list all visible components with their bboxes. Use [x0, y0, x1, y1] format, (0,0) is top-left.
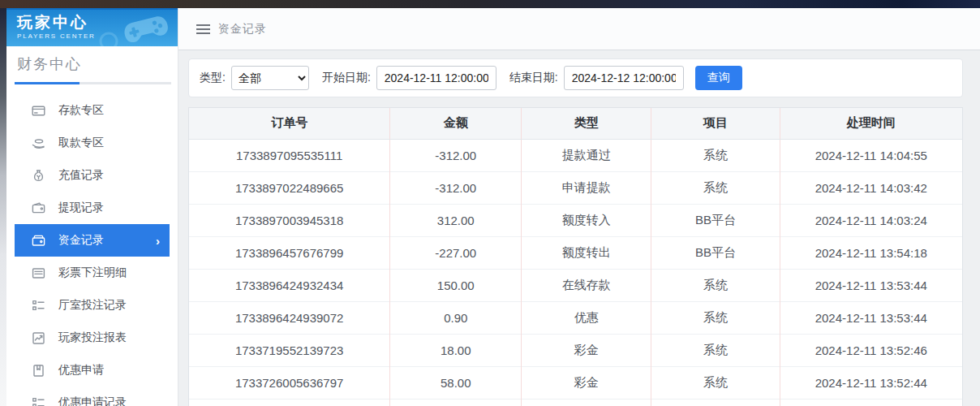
table-header-row: 订单号金额类型项目处理时间 [189, 108, 962, 139]
project-cell: 系统 [651, 301, 780, 334]
empty-cell [780, 399, 962, 406]
processed-time-cell: 2024-12-11 14:04:55 [780, 139, 962, 171]
amount-cell: 58.00 [390, 366, 522, 399]
processed-time-cell: 2024-12-11 13:53:44 [780, 301, 962, 334]
processed-time-cell: 2024-12-11 13:54:18 [780, 236, 962, 269]
hall-bet-checklist-icon [32, 299, 45, 313]
end-date-label: 结束日期: [509, 71, 558, 85]
type-cell: 额度转出 [522, 236, 651, 269]
end-date-input[interactable] [564, 66, 684, 90]
project-cell: BB平台 [651, 204, 780, 236]
order-id-cell: 1733897003945318 [189, 204, 390, 236]
start-date-input[interactable] [376, 66, 496, 90]
order-id-cell: 1733897095535111 [189, 139, 390, 171]
sidebar-item-label: 提现记录 [58, 201, 104, 215]
table-row: 1733897003945318312.00额度转入BB平台2024-12-11… [189, 204, 962, 236]
main-area: 资金记录 类型: 全部 开始日期: 结束日期: 查询 订单号金额类型项目处理时间… [178, 8, 980, 406]
project-cell: 系统 [651, 366, 780, 399]
funds-record-icon [32, 234, 45, 248]
funds-table-container: 订单号金额类型项目处理时间 1733897095535111-312.00提款通… [188, 107, 963, 406]
type-cell: 彩金 [522, 366, 651, 399]
type-label: 类型: [200, 71, 226, 85]
recharge-moneybag-icon [32, 169, 45, 183]
empty-cell [390, 399, 522, 406]
sidebar-item[interactable]: 厅室投注记录 [15, 289, 170, 322]
filter-bar: 类型: 全部 开始日期: 结束日期: 查询 [188, 58, 963, 97]
search-button[interactable]: 查询 [695, 66, 742, 90]
gamepad-icon [122, 13, 170, 46]
sidebar-item-label: 资金记录 [58, 233, 104, 248]
lottery-list-icon [32, 266, 45, 280]
column-header: 订单号 [189, 108, 390, 139]
sidebar-item-label: 充值记录 [58, 168, 104, 183]
column-header: 项目 [651, 108, 780, 139]
table-row: 1733896424932434150.00在线存款系统2024-12-11 1… [189, 269, 962, 301]
table-row: 173371955213972318.00彩金系统2024-12-11 13:5… [189, 334, 962, 366]
sidebar-item-label: 优惠申请记录 [58, 395, 127, 406]
table-row: 1733897095535111-312.00提款通过系统2024-12-11 … [189, 139, 962, 171]
deposit-card-icon [32, 104, 45, 118]
sidebar-item[interactable]: 资金记录› [15, 224, 170, 257]
processed-time-cell: 2024-12-11 14:03:24 [780, 204, 962, 236]
order-id-cell: 1733726005636797 [189, 366, 390, 399]
project-cell: BB平台 [651, 236, 780, 269]
column-header: 类型 [522, 108, 651, 139]
sidebar-item[interactable]: 取款专区 [15, 127, 170, 159]
amount-cell: -312.00 [390, 139, 522, 171]
project-cell: 系统 [651, 334, 780, 366]
type-cell: 在线存款 [522, 269, 651, 301]
table-row: 1733897022489665-312.00申请提款系统2024-12-11 … [189, 171, 962, 204]
sidebar: 玩家中心 PLAYERS CENTER 财务中心 存款专区取款专区充值记录提现记… [6, 8, 178, 406]
background-top-strip [0, 0, 980, 8]
order-id-cell: 1733897022489665 [189, 171, 390, 204]
empty-cell [522, 399, 651, 406]
breadcrumb: 资金记录 [218, 22, 267, 37]
sidebar-section-title: 财务中心 [17, 54, 178, 74]
sidebar-item[interactable]: 优惠申请 [15, 354, 170, 387]
sidebar-item-label: 玩家投注报表 [58, 330, 127, 345]
empty-cell [651, 399, 780, 406]
processed-time-cell: 2024-12-11 13:53:44 [780, 269, 962, 301]
type-select[interactable]: 全部 [231, 66, 309, 90]
project-cell: 系统 [651, 171, 780, 204]
type-cell: 优惠 [522, 301, 651, 334]
sidebar-menu: 存款专区取款专区充值记录提现记录资金记录›彩票下注明细厅室投注记录玩家投注报表优… [6, 94, 178, 406]
sidebar-item[interactable]: 提现记录 [15, 192, 170, 224]
processed-time-cell: 2024-12-11 13:52:46 [780, 334, 962, 366]
sidebar-item[interactable]: 彩票下注明细 [15, 257, 170, 289]
chevron-right-icon: › [156, 235, 160, 247]
sidebar-item[interactable]: 充值记录 [15, 159, 170, 192]
background-left-strip [0, 8, 6, 406]
order-id-cell: 1733896457676799 [189, 236, 390, 269]
column-header: 处理时间 [780, 108, 962, 139]
type-cell: 提款通过 [522, 139, 651, 171]
order-id-cell: 1733896424932434 [189, 269, 390, 301]
amount-cell: 150.00 [390, 269, 522, 301]
project-cell: 系统 [651, 269, 780, 301]
processed-time-cell: 2024-12-11 13:52:44 [780, 366, 962, 399]
processed-time-cell: 2024-12-11 14:03:42 [780, 171, 962, 204]
type-cell: 彩金 [522, 334, 651, 366]
order-id-cell: 1733896424939072 [189, 301, 390, 334]
sidebar-brand: 玩家中心 PLAYERS CENTER [6, 8, 178, 46]
withdraw-hand-icon [32, 136, 45, 150]
column-header: 金额 [390, 108, 522, 139]
content: 类型: 全部 开始日期: 结束日期: 查询 订单号金额类型项目处理时间 1733… [178, 50, 980, 406]
funds-table: 订单号金额类型项目处理时间 1733897095535111-312.00提款通… [189, 108, 962, 406]
table-row: 1733896457676799-227.00额度转出BB平台2024-12-1… [189, 236, 962, 269]
start-date-label: 开始日期: [322, 71, 371, 85]
menu-toggle-icon[interactable] [196, 24, 210, 35]
brand-circle-decoration [98, 31, 119, 46]
sidebar-item[interactable]: 优惠申请记录 [15, 387, 170, 406]
promo-apply-doc-icon [32, 364, 45, 378]
promo-record-checklist-icon [32, 396, 45, 406]
section-underline [15, 82, 171, 84]
sidebar-item[interactable]: 存款专区 [15, 94, 170, 127]
table-row-partial [189, 399, 962, 406]
amount-cell: 0.90 [390, 301, 522, 334]
sidebar-item[interactable]: 玩家投注报表 [15, 322, 170, 354]
type-cell: 申请提款 [522, 171, 651, 204]
order-id-cell: 1733719552139723 [189, 334, 390, 366]
empty-cell [189, 399, 390, 406]
project-cell: 系统 [651, 139, 780, 171]
